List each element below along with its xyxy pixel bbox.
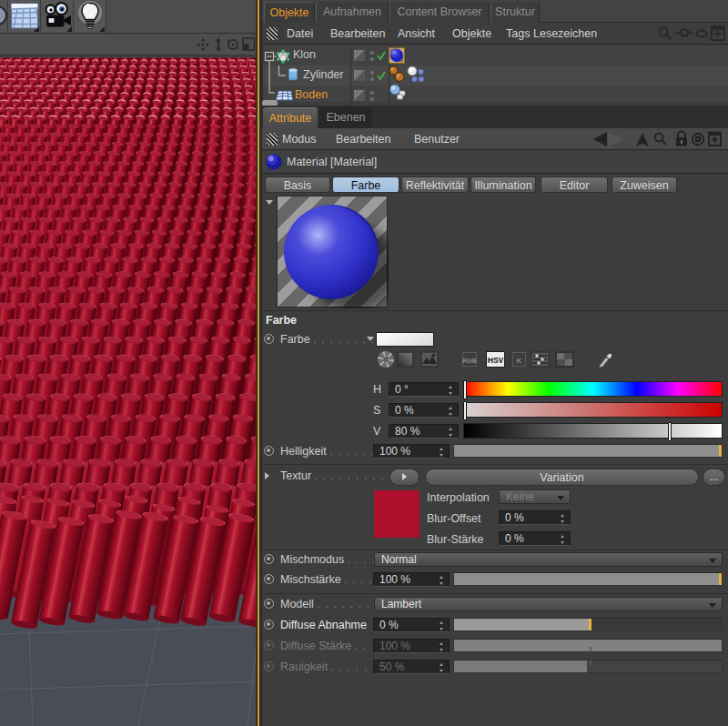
svg-text:K: K [517,357,522,365]
svg-text:RGB: RGB [462,358,477,364]
svg-text:HSV: HSV [488,356,504,365]
